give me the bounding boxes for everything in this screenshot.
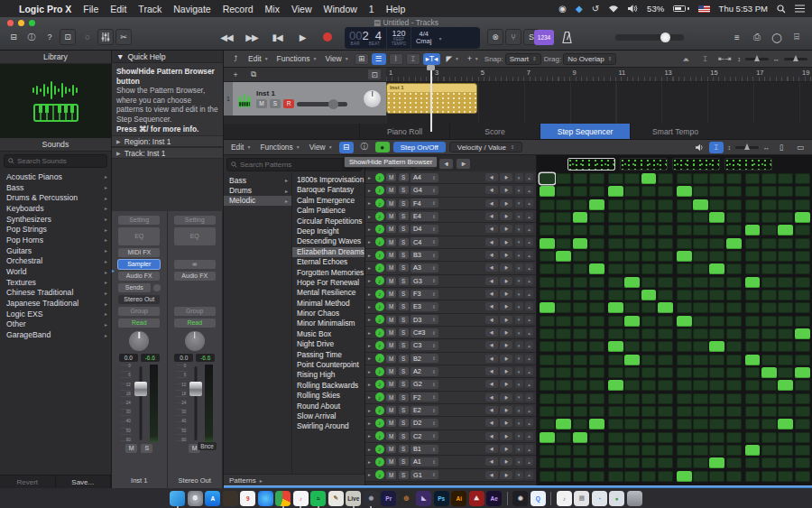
row-increment-button[interactable]: ▴ — [525, 225, 533, 233]
pattern-item[interactable]: Swirling Around — [292, 421, 364, 431]
step-cell[interactable] — [540, 393, 555, 404]
step-cell[interactable] — [693, 457, 708, 468]
step-cell[interactable] — [693, 238, 708, 249]
row-mute-button[interactable]: M — [386, 445, 396, 453]
step-cell[interactable] — [693, 393, 708, 404]
row-increment-button[interactable]: ▴ — [525, 367, 533, 375]
row-disclosure-icon[interactable]: ▸ — [368, 343, 373, 348]
dock-spotify-icon[interactable]: ≈ — [310, 491, 326, 506]
step-cell[interactable] — [658, 432, 673, 443]
row-decrement-button[interactable]: ▾ — [515, 212, 523, 220]
step-cell[interactable] — [795, 432, 810, 443]
row-active-indicator[interactable]: ♪ — [375, 470, 384, 479]
step-cell[interactable] — [540, 432, 555, 443]
row-note-selector[interactable]: A2⇕ — [411, 367, 438, 376]
step-cell[interactable] — [745, 445, 761, 456]
volume-fader[interactable] — [134, 365, 147, 442]
row-decrement-button[interactable]: ▾ — [515, 328, 523, 337]
row-solo-button[interactable]: S — [399, 212, 409, 220]
step-cell[interactable] — [540, 212, 555, 223]
seq-zoom-slider[interactable] — [735, 146, 759, 149]
row-increment-button[interactable]: ▴ — [525, 302, 533, 310]
row-rotate-left-button[interactable]: ◂▮ — [485, 355, 498, 363]
automation-mode-button[interactable]: Read — [174, 319, 216, 328]
step-cell[interactable] — [624, 186, 640, 197]
row-rotate-left-button[interactable]: ◂▮ — [485, 225, 498, 233]
step-cell[interactable] — [608, 186, 623, 197]
step-cell[interactable] — [761, 380, 777, 391]
step-cell[interactable] — [726, 406, 742, 417]
step-cell[interactable] — [726, 432, 742, 443]
step-cell[interactable] — [658, 393, 673, 404]
row-rotate-right-button[interactable]: ▮▸ — [500, 406, 512, 414]
group-button[interactable]: Group — [174, 307, 216, 316]
step-cell[interactable] — [795, 328, 810, 339]
step-cell[interactable] — [641, 263, 657, 274]
step-cell[interactable] — [761, 445, 777, 456]
row-mute-button[interactable]: M — [386, 173, 396, 181]
row-note-selector[interactable]: F4⇕ — [411, 199, 438, 208]
step-cell[interactable] — [658, 367, 673, 378]
seq-view-menu[interactable]: View▼ — [307, 143, 336, 152]
step-cell[interactable] — [624, 457, 640, 468]
row-mute-button[interactable]: M — [386, 302, 396, 310]
setting-button[interactable]: Setting — [118, 216, 160, 225]
pattern-item[interactable]: Rising High — [292, 370, 364, 380]
step-cell[interactable] — [795, 225, 810, 236]
row-solo-button[interactable]: S — [399, 341, 409, 349]
step-cell[interactable] — [624, 471, 640, 482]
step-cell[interactable] — [658, 355, 673, 365]
spotlight-icon[interactable] — [777, 5, 786, 14]
row-rotate-right-button[interactable]: ▮▸ — [500, 263, 512, 272]
waveform-zoom-icon[interactable]: ⩕ — [678, 53, 693, 65]
step-cell[interactable] — [726, 341, 742, 352]
step-cell[interactable] — [677, 186, 692, 197]
row-rotate-left-button[interactable]: ◂▮ — [485, 173, 498, 181]
row-disclosure-icon[interactable]: ▸ — [368, 420, 373, 426]
dock-media-app-icon[interactable]: ◣ — [416, 491, 431, 506]
step-cell[interactable] — [745, 393, 761, 404]
step-cell[interactable] — [677, 225, 692, 236]
step-cell[interactable] — [761, 212, 777, 223]
step-cell[interactable] — [778, 406, 793, 417]
step-cell[interactable] — [608, 290, 623, 300]
pattern-item[interactable]: Deep Insight — [292, 226, 364, 236]
row-rotate-right-button[interactable]: ▮▸ — [500, 238, 512, 246]
track-pan-knob[interactable] — [364, 90, 381, 107]
row-mute-button[interactable]: M — [386, 406, 396, 414]
step-cell[interactable] — [761, 173, 777, 184]
step-cell[interactable] — [556, 406, 571, 417]
row-disclosure-icon[interactable]: ▸ — [368, 447, 373, 452]
step-cell[interactable] — [624, 225, 640, 236]
wifi-icon[interactable] — [608, 5, 619, 13]
step-cell[interactable] — [589, 393, 604, 404]
step-cell[interactable] — [608, 328, 623, 339]
step-cell[interactable] — [624, 406, 640, 417]
row-disclosure-icon[interactable]: ▸ — [368, 239, 373, 245]
row-increment-button[interactable]: ▴ — [525, 199, 533, 208]
step-cell[interactable] — [693, 367, 708, 378]
step-cell[interactable] — [726, 173, 742, 184]
row-rotate-right-button[interactable]: ▮▸ — [500, 367, 512, 375]
step-cell[interactable] — [540, 173, 555, 184]
row-rotate-right-button[interactable]: ▮▸ — [500, 302, 512, 310]
volume-fader[interactable] — [189, 365, 202, 442]
menu-item[interactable]: Mix — [265, 4, 280, 14]
step-cell[interactable] — [745, 302, 761, 313]
row-solo-button[interactable]: S — [399, 251, 409, 259]
row-decrement-button[interactable]: ▾ — [515, 445, 523, 453]
step-cell[interactable] — [589, 212, 604, 223]
step-cell[interactable] — [573, 277, 588, 288]
step-cell[interactable] — [641, 277, 657, 288]
step-cell[interactable] — [589, 419, 604, 429]
library-category[interactable]: World▸ — [0, 266, 111, 277]
step-cell[interactable] — [795, 471, 810, 482]
step-cell[interactable] — [624, 302, 640, 313]
step-cell[interactable] — [693, 316, 708, 327]
pattern-item[interactable]: Baroque Fantasy — [292, 185, 364, 195]
step-cell[interactable] — [589, 432, 604, 443]
step-cell[interactable] — [573, 393, 588, 404]
row-rotate-left-button[interactable]: ◂▮ — [485, 328, 498, 337]
step-cell[interactable] — [795, 212, 810, 223]
row-solo-button[interactable]: S — [399, 199, 409, 208]
